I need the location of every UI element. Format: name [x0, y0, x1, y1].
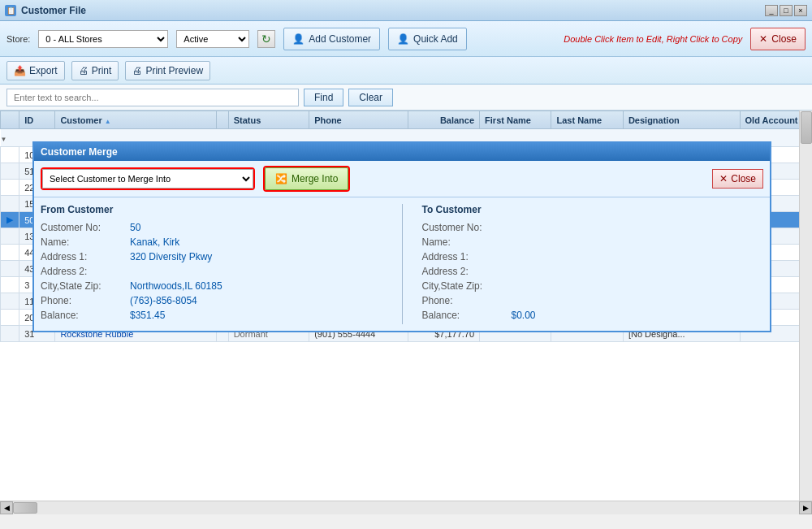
export-icon: 📤	[14, 65, 26, 76]
to-phone-label: Phone:	[422, 295, 512, 306]
merge-from-address1: Address 1: 320 Diversity Pkwy	[41, 251, 382, 262]
window-title: Customer File	[21, 5, 86, 16]
merge-from-title: From Customer	[41, 204, 382, 215]
scroll-left-button[interactable]: ◀	[0, 501, 13, 514]
from-customerno-value: 50	[130, 222, 140, 233]
merge-into-label: Merge Into	[292, 173, 338, 184]
quick-add-button[interactable]: 👤 Quick Add	[388, 28, 467, 50]
col-sort	[217, 111, 228, 129]
row-arrow	[1, 277, 19, 293]
close-icon: ✕	[759, 33, 767, 45]
merge-to-side: To Customer Customer No: Name: Address 1…	[422, 204, 764, 324]
store-select[interactable]: 0 - ALL Stores	[38, 30, 168, 48]
quick-add-icon: 👤	[397, 33, 409, 45]
merge-body: From Customer Customer No: 50 Name: Kana…	[34, 197, 770, 331]
export-label: Export	[29, 65, 58, 76]
print-icon: 🖨	[79, 65, 89, 76]
row-arrow: ▶	[1, 212, 19, 228]
scroll-thumb[interactable]	[13, 502, 37, 514]
row-arrow	[1, 180, 19, 196]
print-label: Print	[92, 65, 112, 76]
secondary-toolbar: 📤 Export 🖨 Print 🖨 Print Preview	[0, 57, 812, 85]
to-balance-label: Balance:	[422, 310, 512, 321]
merge-divider	[402, 204, 403, 324]
merge-customer-select[interactable]: Select Customer to Merge Into	[42, 169, 253, 189]
col-balance-header[interactable]: Balance	[408, 111, 479, 129]
from-citystatzip-label: City,State Zip:	[41, 280, 130, 292]
from-balance-label: Balance:	[41, 310, 130, 321]
merge-from-name: Name: Kanak, Kirk	[41, 236, 382, 248]
col-customer-header[interactable]: Customer ▲	[55, 111, 217, 129]
add-customer-button[interactable]: 👤 Add Customer	[283, 28, 380, 50]
merge-to-address2: Address 2:	[422, 266, 764, 277]
search-bar: Find Clear	[0, 85, 812, 111]
merge-close-button[interactable]: ✕ Close	[712, 169, 763, 189]
col-status-header[interactable]: Status	[228, 111, 309, 129]
status-select[interactable]: Active	[176, 30, 249, 48]
from-phone-value: (763)-856-8054	[130, 295, 197, 306]
find-button[interactable]: Find	[304, 89, 343, 106]
merge-to-customerno: Customer No:	[422, 222, 764, 233]
merge-dialog-title: Customer Merge	[41, 146, 118, 158]
minimize-button[interactable]: _	[765, 5, 778, 16]
merge-from-customerno: Customer No: 50	[41, 222, 382, 233]
search-input[interactable]	[6, 89, 299, 106]
scroll-right-button[interactable]: ▶	[799, 501, 812, 514]
col-firstname-header[interactable]: First Name	[480, 111, 551, 129]
merge-dialog: Customer Merge Select Customer to Merge …	[32, 141, 771, 332]
from-address1-label: Address 1:	[41, 251, 130, 262]
vertical-scrollbar[interactable]	[799, 111, 812, 501]
sort-arrow: ▲	[105, 118, 111, 125]
to-citystatzip-label: City,State Zip:	[422, 280, 512, 292]
to-customerno-label: Customer No:	[422, 222, 512, 233]
clear-button[interactable]: Clear	[348, 89, 393, 106]
merge-title-bar: Customer Merge	[34, 143, 770, 161]
maximize-button[interactable]: □	[780, 5, 793, 16]
col-lastname-header[interactable]: Last Name	[551, 111, 623, 129]
col-designation-header[interactable]: Designation	[623, 111, 740, 129]
merge-into-button[interactable]: 🔀 Merge Into	[265, 167, 348, 190]
merge-from-address2: Address 2:	[41, 266, 382, 277]
add-customer-icon: 👤	[292, 33, 304, 45]
row-arrow	[1, 245, 19, 261]
row-arrow	[1, 147, 19, 163]
merge-to-name: Name:	[422, 236, 764, 248]
scrollbar-thumb[interactable]	[801, 111, 812, 144]
refresh-button[interactable]: ↻	[257, 30, 275, 48]
store-label: Store:	[6, 34, 30, 44]
merge-toolbar: Select Customer to Merge Into 🔀 Merge In…	[34, 161, 770, 197]
find-label: Find	[314, 92, 333, 103]
title-bar: 📋 Customer File _ □ ×	[0, 0, 812, 21]
merge-from-phone: Phone: (763)-856-8054	[41, 295, 382, 306]
help-text: Double Click Item to Edit, Right Click t…	[564, 34, 742, 44]
main-toolbar: Store: 0 - ALL Stores Active ↻ 👤 Add Cus…	[0, 21, 812, 57]
col-id-header[interactable]: ID	[19, 111, 55, 129]
merge-close-icon: ✕	[719, 173, 728, 184]
main-content: ID Customer ▲ Status Phone Balance First…	[0, 111, 812, 501]
row-arrow	[1, 293, 19, 310]
merge-to-balance: Balance: $0.00	[422, 310, 764, 321]
merge-select-wrapper: Select Customer to Merge Into	[41, 167, 255, 190]
horizontal-scrollbar[interactable]: ◀ ▶	[0, 501, 812, 514]
merge-to-phone: Phone:	[422, 295, 764, 306]
print-preview-icon: 🖨	[132, 65, 142, 76]
row-arrow	[1, 310, 19, 326]
export-button[interactable]: 📤 Export	[6, 61, 65, 80]
window-close-button[interactable]: ×	[794, 5, 807, 16]
row-arrow	[1, 196, 19, 212]
row-arrow	[1, 326, 19, 342]
merge-from-side: From Customer Customer No: 50 Name: Kana…	[41, 204, 382, 324]
to-name-label: Name:	[422, 236, 512, 248]
merge-to-title: To Customer	[422, 204, 764, 215]
from-name-label: Name:	[41, 236, 130, 248]
from-customerno-label: Customer No:	[41, 222, 130, 233]
col-phone-header[interactable]: Phone	[309, 111, 408, 129]
print-preview-button[interactable]: 🖨 Print Preview	[125, 61, 210, 80]
merge-to-citystatzip: City,State Zip:	[422, 280, 764, 292]
to-address1-label: Address 1:	[422, 251, 512, 262]
window-controls: _ □ ×	[765, 5, 807, 16]
merge-from-balance: Balance: $351.45	[41, 310, 382, 321]
close-button[interactable]: ✕ Close	[750, 28, 806, 50]
print-button[interactable]: 🖨 Print	[71, 61, 119, 80]
row-arrow	[1, 261, 19, 277]
